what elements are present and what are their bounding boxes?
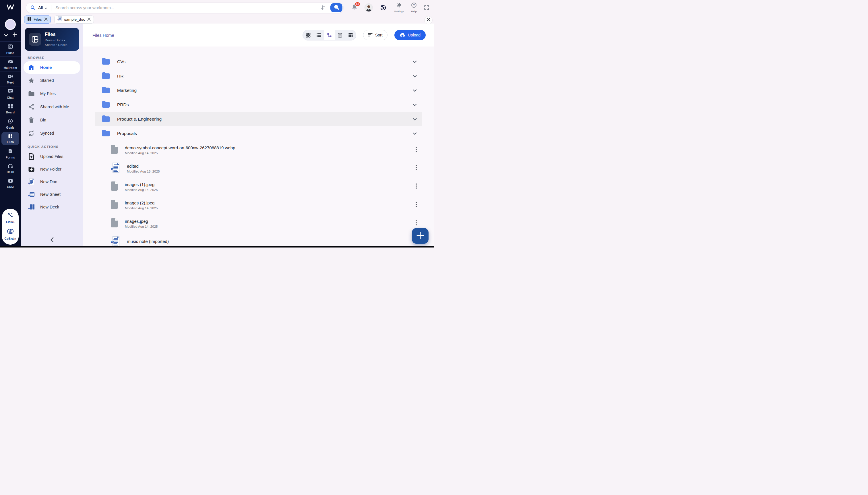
- home-icon: [28, 64, 35, 71]
- quick-action-new-doc[interactable]: w New Doc: [21, 175, 83, 188]
- view-details-button[interactable]: [335, 30, 345, 40]
- folder-row-product-engineering[interactable]: Product & Engineering: [95, 112, 422, 126]
- settings-button[interactable]: Settings: [394, 2, 404, 13]
- chevron-down-icon[interactable]: [413, 59, 417, 64]
- doc-file-icon: w: [111, 163, 120, 174]
- file-row[interactable]: w edited Modified Aug 15, 2025: [95, 159, 422, 177]
- generic-file-icon: [111, 145, 118, 155]
- quick-action-new-deck[interactable]: w New Deck: [21, 201, 83, 213]
- sidebar-item-my-files[interactable]: My Files: [21, 87, 83, 100]
- quick-action-new-folder[interactable]: New Folder: [21, 163, 83, 175]
- magnifier-icon: [333, 4, 339, 11]
- tab-sample-doc[interactable]: w sample_doc: [54, 16, 94, 23]
- create-new-fab[interactable]: [412, 228, 429, 244]
- folder-row-marketing[interactable]: Marketing: [95, 83, 422, 98]
- pulse-icon: [7, 44, 13, 51]
- rail-item-goals[interactable]: Goals: [0, 116, 21, 131]
- file-name: images (1).jpeg: [125, 182, 158, 187]
- search-submit-button[interactable]: [330, 3, 343, 12]
- generic-file-icon: [111, 182, 118, 192]
- files-app-card[interactable]: Files Drive • Docs • Sheets • Decks: [25, 28, 79, 51]
- file-name: images.jpeg: [125, 219, 158, 224]
- file-row[interactable]: demo-symbol-concept-word-on-600nw-262708…: [95, 141, 422, 159]
- close-tab-icon[interactable]: [44, 17, 48, 22]
- kebab-menu-icon[interactable]: [416, 220, 417, 226]
- file-row[interactable]: images (2).jpeg Modified Aug 14, 2025: [95, 196, 422, 214]
- rail-item-chat[interactable]: Chat: [0, 86, 21, 101]
- file-row[interactable]: w music note (Imported): [95, 233, 422, 248]
- close-panel-button[interactable]: [424, 16, 433, 24]
- chevron-down-icon[interactable]: [413, 102, 417, 107]
- view-columns-button[interactable]: [345, 30, 356, 40]
- sidebar-item-home[interactable]: Home: [23, 61, 80, 74]
- chevron-down-icon[interactable]: [4, 33, 8, 38]
- sidebar-item-bin[interactable]: Bin: [21, 114, 83, 126]
- files-card-text: Files Drive • Docs • Sheets • Decks: [45, 32, 75, 47]
- fullscreen-icon[interactable]: [424, 5, 429, 10]
- chevron-down-icon[interactable]: [413, 117, 417, 122]
- doc-file-icon: w: [28, 178, 35, 185]
- sort-button[interactable]: Sort: [363, 30, 387, 40]
- rail-item-flow[interactable]: Flow+: [6, 212, 15, 224]
- folder-row-proposals[interactable]: Proposals: [95, 126, 422, 141]
- rail-item-meet[interactable]: Meet: [0, 71, 21, 86]
- rail-item-pulse[interactable]: Pulse: [0, 41, 21, 56]
- files-app-icon: [27, 17, 31, 22]
- workroom-logo[interactable]: [0, 0, 21, 15]
- file-row[interactable]: images.jpeg Modified Aug 14, 2025: [95, 214, 422, 233]
- view-grid-button[interactable]: [303, 30, 313, 40]
- sidebar-item-starred[interactable]: Starred: [21, 74, 83, 87]
- quick-action-new-sheet[interactable]: w New Sheet: [21, 188, 83, 201]
- kebab-menu-icon[interactable]: [416, 184, 417, 190]
- goals-target-icon: [7, 118, 13, 125]
- workspace-controls: [4, 32, 17, 38]
- search-scope-dropdown[interactable]: All: [38, 5, 47, 10]
- tab-files[interactable]: Files: [24, 16, 51, 23]
- view-tree-button[interactable]: [324, 30, 335, 40]
- kebab-menu-icon[interactable]: [416, 165, 417, 171]
- sidebar-item-synced[interactable]: Synced: [21, 126, 83, 140]
- workspace-avatar[interactable]: [5, 19, 16, 30]
- notifications-button[interactable]: 20: [351, 4, 358, 12]
- search-input[interactable]: Search across your workroom...: [55, 5, 320, 10]
- upload-file-icon: [28, 153, 35, 160]
- rail-item-mailroom[interactable]: Mailroom: [0, 56, 21, 71]
- file-row[interactable]: images (1).jpeg Modified Aug 14, 2025: [95, 177, 422, 196]
- rail-item-board[interactable]: Board: [0, 101, 21, 116]
- rail-item-forms[interactable]: Forms: [0, 146, 21, 161]
- kebab-menu-icon[interactable]: [416, 202, 417, 208]
- folder-row-cvs[interactable]: CVs: [95, 54, 422, 69]
- folder-icon: [102, 129, 110, 138]
- rail-item-cobrain[interactable]: CoBrain: [5, 228, 16, 240]
- svg-text:w: w: [28, 181, 31, 185]
- forms-page-icon: [8, 148, 13, 155]
- history-reset-icon[interactable]: [380, 4, 387, 11]
- filter-sliders-icon[interactable]: [320, 5, 326, 10]
- close-tab-icon[interactable]: [87, 17, 91, 22]
- rail-item-crm[interactable]: CRM: [0, 176, 21, 191]
- view-list-button[interactable]: [313, 30, 324, 40]
- svg-text:w: w: [28, 194, 31, 197]
- kebab-menu-icon[interactable]: [416, 147, 417, 153]
- rail-item-files[interactable]: Files: [0, 131, 21, 146]
- chevron-down-icon[interactable]: [413, 131, 417, 136]
- folder-row-hr[interactable]: HR: [95, 69, 422, 83]
- chevron-down-icon[interactable]: [413, 73, 417, 79]
- help-button[interactable]: ? Help: [411, 2, 417, 13]
- folder-row-prds[interactable]: PRDs: [95, 98, 422, 112]
- global-search-bar[interactable]: All Search across your workroom...: [26, 2, 344, 13]
- user-avatar[interactable]: [365, 4, 372, 12]
- flow-nodes-icon: [7, 212, 14, 219]
- sidebar-item-shared[interactable]: Shared with Me: [21, 100, 83, 114]
- chevron-left-icon: [51, 237, 54, 243]
- chat-bubble-icon: [7, 88, 13, 95]
- files-content: Files Home Sort: [83, 23, 434, 248]
- chevron-down-icon[interactable]: [413, 88, 417, 93]
- topbar-actions: 20 Settings ? Help: [351, 2, 429, 13]
- add-workspace-icon[interactable]: [13, 32, 17, 38]
- rail-item-desk[interactable]: Desk: [0, 161, 21, 176]
- quick-action-upload-files[interactable]: Upload Files: [21, 150, 83, 163]
- file-modified: Modified Aug 14, 2025: [125, 206, 158, 210]
- upload-button[interactable]: Upload: [394, 30, 426, 40]
- sidebar-collapse-button[interactable]: [47, 236, 57, 245]
